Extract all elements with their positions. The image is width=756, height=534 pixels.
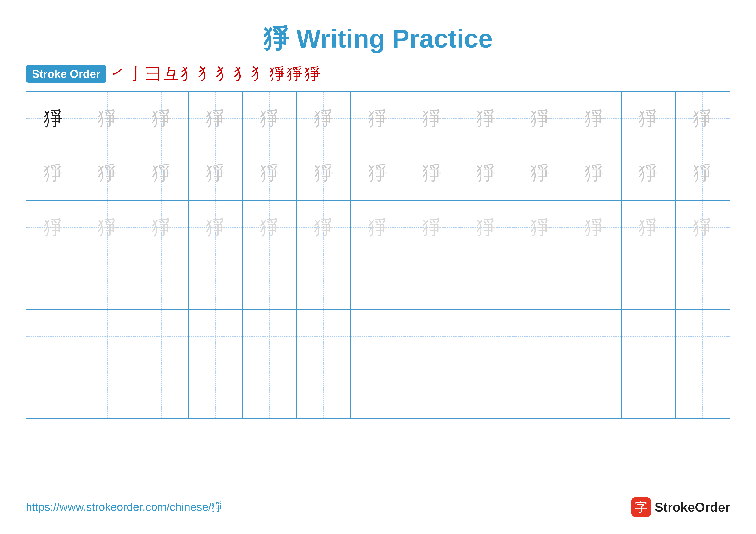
grid-cell[interactable] xyxy=(622,364,676,418)
grid-row xyxy=(26,364,730,418)
grid-cell[interactable]: 猙 xyxy=(134,91,189,146)
cell-character: 猙 xyxy=(206,164,225,183)
grid-cell[interactable] xyxy=(134,310,189,364)
grid-cell[interactable] xyxy=(80,310,134,364)
grid-cell[interactable]: 猙 xyxy=(134,146,189,200)
grid-cell[interactable]: 猙 xyxy=(297,201,351,255)
grid-cell[interactable]: 猙 xyxy=(26,91,80,146)
grid-cell[interactable]: 猙 xyxy=(676,146,730,200)
grid-cell[interactable]: 猙 xyxy=(243,146,297,200)
grid-cell[interactable]: 猙 xyxy=(351,146,405,200)
grid-cell[interactable]: 猙 xyxy=(459,146,513,200)
cell-character: 猙 xyxy=(152,164,171,183)
page: 猙 Writing Practice Stroke Order ㇒亅彐彑犭犭犭犭… xyxy=(0,0,756,534)
page-title: 猙 Writing Practice xyxy=(26,21,730,57)
grid-cell[interactable] xyxy=(189,364,243,418)
grid-cell[interactable] xyxy=(513,255,567,309)
grid-cell[interactable] xyxy=(567,364,622,418)
logo-text: StrokeOrder xyxy=(655,500,730,515)
cell-character: 猙 xyxy=(260,164,279,183)
grid-cell[interactable] xyxy=(676,255,730,309)
grid-cell[interactable]: 猙 xyxy=(513,201,567,255)
stroke-step: 亅 xyxy=(128,66,144,82)
grid-cell[interactable] xyxy=(243,364,297,418)
grid-cell[interactable]: 猙 xyxy=(405,146,459,200)
grid-cell[interactable] xyxy=(622,255,676,309)
grid-cell[interactable] xyxy=(80,255,134,309)
grid-cell[interactable]: 猙 xyxy=(80,91,134,146)
grid-cell[interactable] xyxy=(351,364,405,418)
grid-cell[interactable]: 猙 xyxy=(513,91,567,146)
grid-cell[interactable] xyxy=(405,310,459,364)
grid-cell[interactable]: 猙 xyxy=(351,201,405,255)
grid-cell[interactable]: 猙 xyxy=(297,146,351,200)
grid-cell[interactable]: 猙 xyxy=(622,146,676,200)
grid-cell[interactable]: 猙 xyxy=(567,146,622,200)
grid-cell[interactable] xyxy=(297,310,351,364)
grid-cell[interactable] xyxy=(297,364,351,418)
grid-cell[interactable] xyxy=(80,364,134,418)
grid-cell[interactable] xyxy=(459,310,513,364)
grid-cell[interactable] xyxy=(134,364,189,418)
grid-cell[interactable]: 猙 xyxy=(243,91,297,146)
grid-cell[interactable]: 猙 xyxy=(405,201,459,255)
cell-character: 猙 xyxy=(314,109,333,128)
grid-cell[interactable]: 猙 xyxy=(622,201,676,255)
cell-character: 猙 xyxy=(585,164,604,183)
grid-cell[interactable]: 猙 xyxy=(243,201,297,255)
stroke-step: 猙 xyxy=(287,66,303,82)
grid-cell[interactable] xyxy=(243,310,297,364)
grid-cell[interactable]: 猙 xyxy=(297,91,351,146)
footer: https://www.strokeorder.com/chinese/猙 字 … xyxy=(26,497,730,517)
cell-character: 猙 xyxy=(530,164,550,183)
grid-cell[interactable] xyxy=(351,310,405,364)
cell-character: 猙 xyxy=(476,109,496,128)
grid-cell[interactable]: 猙 xyxy=(567,91,622,146)
grid-cell[interactable] xyxy=(297,255,351,309)
grid-cell[interactable] xyxy=(676,310,730,364)
grid-cell[interactable] xyxy=(134,255,189,309)
cell-character: 猙 xyxy=(422,218,441,237)
grid-cell[interactable] xyxy=(513,364,567,418)
grid-cell[interactable] xyxy=(459,255,513,309)
grid-cell[interactable] xyxy=(567,255,622,309)
grid-cell[interactable]: 猙 xyxy=(80,201,134,255)
grid-cell[interactable]: 猙 xyxy=(189,201,243,255)
grid-cell[interactable]: 猙 xyxy=(189,146,243,200)
grid-cell[interactable]: 猙 xyxy=(622,91,676,146)
grid-cell[interactable]: 猙 xyxy=(513,146,567,200)
grid-cell[interactable]: 猙 xyxy=(351,91,405,146)
grid-cell[interactable] xyxy=(351,255,405,309)
grid-cell[interactable] xyxy=(189,255,243,309)
stroke-order-label: Stroke Order xyxy=(26,65,106,83)
stroke-step: 犭 xyxy=(216,66,232,82)
grid-cell[interactable] xyxy=(189,310,243,364)
grid-cell[interactable] xyxy=(26,310,80,364)
grid-cell[interactable] xyxy=(459,364,513,418)
cell-character: 猙 xyxy=(44,218,63,237)
cell-character: 猙 xyxy=(206,218,225,237)
grid-cell[interactable] xyxy=(405,255,459,309)
grid-cell[interactable]: 猙 xyxy=(189,91,243,146)
grid-cell[interactable]: 猙 xyxy=(80,146,134,200)
grid-cell[interactable] xyxy=(676,364,730,418)
grid-cell[interactable]: 猙 xyxy=(26,146,80,200)
grid-cell[interactable] xyxy=(26,364,80,418)
cell-character: 猙 xyxy=(98,218,117,237)
grid-cell[interactable]: 猙 xyxy=(26,201,80,255)
cell-character: 猙 xyxy=(476,164,496,183)
grid-cell[interactable] xyxy=(622,310,676,364)
grid-cell[interactable] xyxy=(567,310,622,364)
grid-cell[interactable]: 猙 xyxy=(676,91,730,146)
grid-cell[interactable]: 猙 xyxy=(134,201,189,255)
grid-cell[interactable]: 猙 xyxy=(459,91,513,146)
grid-cell[interactable]: 猙 xyxy=(405,91,459,146)
grid-cell[interactable] xyxy=(513,310,567,364)
grid-cell[interactable] xyxy=(26,255,80,309)
grid-cell[interactable] xyxy=(405,364,459,418)
cell-character: 猙 xyxy=(98,109,117,128)
grid-cell[interactable]: 猙 xyxy=(567,201,622,255)
grid-cell[interactable]: 猙 xyxy=(459,201,513,255)
grid-cell[interactable]: 猙 xyxy=(676,201,730,255)
grid-cell[interactable] xyxy=(243,255,297,309)
